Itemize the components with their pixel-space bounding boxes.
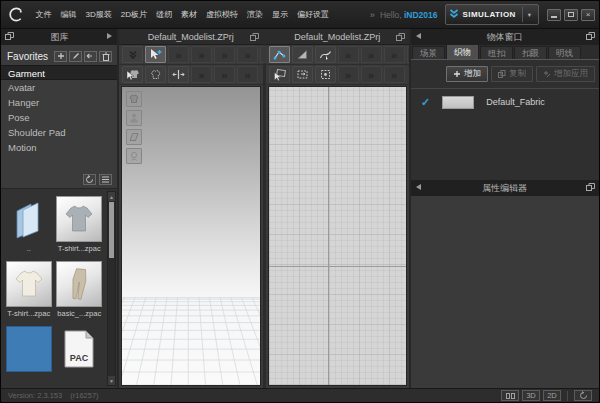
toolbar-more-button[interactable] [214,46,235,63]
view-3d-button[interactable]: 3D [522,390,540,401]
library-footer [1,171,117,188]
toolbar-more-button[interactable] [191,46,212,63]
menu-item[interactable]: 3D服装 [81,1,116,29]
toolbar-more-button[interactable] [214,66,235,83]
menu-item[interactable]: 缝纫 [151,1,176,29]
cursor-garment-button[interactable] [122,66,143,83]
toolbar-more-button[interactable] [338,66,359,83]
tshirt-gray-icon [56,196,102,242]
tab-明线[interactable]: 明线 [548,46,581,59]
detach-window-icon[interactable] [250,33,259,43]
tab-织物[interactable]: 织物 [446,44,479,59]
refresh-icon[interactable] [83,174,96,185]
pattern-axis-horizontal [269,266,407,267]
split-view-button[interactable] [501,390,519,401]
menu-item[interactable]: 素材 [176,1,201,29]
library-thumbnail-fabric-blue[interactable] [5,326,53,387]
tab-纽扣[interactable]: 纽扣 [480,46,513,59]
list-view-icon[interactable] [99,174,112,185]
add-fabric-button[interactable]: 增加 [446,66,488,82]
menu-item[interactable]: 文件 [31,1,56,29]
detach-window-icon[interactable] [5,32,14,42]
pattern-axis-vertical [328,87,329,385]
garment-points-button[interactable] [145,66,166,83]
copy-fabric-button[interactable]: 复制 [491,66,533,82]
move-horizontal-button[interactable] [168,66,189,83]
scrollbar-thumb[interactable] [109,202,114,258]
delete-favorite-button[interactable] [99,51,112,62]
pin-icon[interactable] [415,32,423,42]
sidebar-item-shoulder-pad[interactable]: Shoulder Pad [1,125,117,140]
scroll-up-icon[interactable]: ▲ [108,192,115,201]
sync-icon[interactable] [574,390,592,401]
library-thumbnail-tshirt-gray[interactable]: T-shirt...zpac [56,196,104,257]
pants-icon [56,261,102,307]
app-logo-icon[interactable] [1,1,31,29]
sidebar-item-avatar[interactable]: Avatar [1,80,117,95]
triangle-tool-button[interactable] [292,46,313,63]
minimize-button[interactable] [547,9,561,21]
menu-item[interactable]: 编辑 [56,1,81,29]
edit-favorite-button[interactable] [69,51,82,62]
pin-icon[interactable] [415,183,423,193]
polyline-button[interactable] [269,46,290,63]
object-window-title: 物体窗口 [423,31,586,44]
library-thumbnail-pants[interactable]: basic_...zpac [56,261,104,322]
detach-window-icon[interactable] [586,183,595,193]
undo-favorite-button[interactable] [84,51,97,62]
tab-扣眼[interactable]: 扣眼 [514,46,547,59]
thumbnails-scrollbar[interactable]: ▲ ▼ [107,191,116,386]
simulation-dropdown-icon[interactable]: ▾ [523,11,536,19]
dash-rect-button[interactable] [292,66,313,83]
tab-场景[interactable]: 场景 [412,46,445,59]
sidebar-item-motion[interactable]: Motion [1,140,117,155]
dash-rect2-button[interactable] [315,66,336,83]
fabric-swatch[interactable] [442,96,474,109]
toolbar-more-button[interactable] [361,66,382,83]
detach-window-icon[interactable] [396,33,405,43]
toolbar-more-button[interactable] [361,46,382,63]
toolbar-more-button[interactable] [191,66,212,83]
sidebar-item-hanger[interactable]: Hanger [1,95,117,110]
add-favorite-button[interactable] [54,51,67,62]
toolbar-more-button[interactable] [384,66,405,83]
detach-window-icon[interactable] [586,32,595,42]
menu-item[interactable]: 2D板片 [116,1,151,29]
toolbar-more-button[interactable] [384,46,405,63]
menu-bar: 文件编辑3D服装2D板片缝纫素材虚拟模特渲染显示偏好设置 » Hello, iN… [1,1,599,29]
toolbar-more-button[interactable] [168,46,189,63]
menu-item[interactable]: 渲染 [242,1,267,29]
sidebar-item-pose[interactable]: Pose [1,110,117,125]
library-thumbnail-tshirt-white[interactable]: T-shirt...zpac [5,261,53,322]
cursor-plus-button[interactable] [145,46,166,63]
check-icon[interactable]: ✓ [421,96,430,109]
toolbar-more-button[interactable] [237,46,258,63]
property-editor-body [411,196,599,388]
menu-item[interactable]: 显示 [267,1,292,29]
viewport-3d-titlebar[interactable]: Default_Modelist.ZPrj [119,29,263,45]
menu-item[interactable]: 偏好设置 [292,1,333,29]
menu-overflow-icon[interactable]: » [370,10,375,20]
toolbar-more-button[interactable] [237,66,258,83]
maximize-button[interactable] [564,9,578,21]
library-thumbnail-folder[interactable]: .. [5,196,53,257]
cursor-rect-button[interactable] [269,66,290,83]
viewport-3d-canvas[interactable] [121,86,261,386]
toolbar-more-button[interactable] [338,46,359,63]
fabric-list-item[interactable]: ✓ Default_Fabric [411,91,599,113]
object-window-header: 物体窗口 [411,29,599,45]
pin-icon[interactable] [105,32,113,42]
sidebar-item-garment[interactable]: Garment [1,65,117,80]
view-2d-button[interactable]: 2D [543,390,561,401]
scroll-down-icon[interactable]: ▼ [108,376,115,385]
viewport-2d-canvas[interactable] [268,86,408,386]
close-button[interactable]: × [581,9,595,21]
menu-item[interactable]: 虚拟模特 [201,1,242,29]
library-thumbnail-pac-file[interactable]: PAC [56,326,104,387]
chevrons-down-button[interactable] [122,46,143,63]
curve-tool-button[interactable] [315,46,336,63]
add-apply-fabric-button[interactable]: 增加应用 [536,66,595,82]
floor-grid [122,87,260,385]
viewport-2d-titlebar[interactable]: Default_Modelist.ZPrj [266,29,410,45]
simulation-button[interactable]: SIMULATION ▾ [445,4,539,25]
